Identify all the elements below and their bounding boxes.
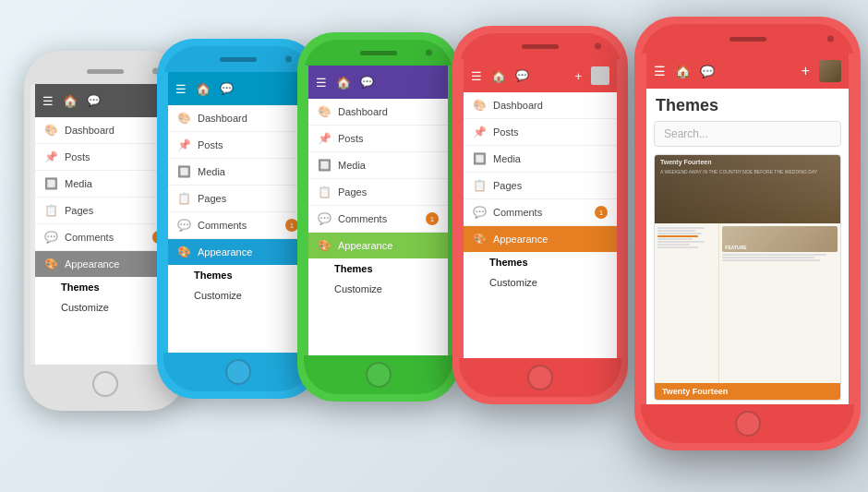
wp-toolbar-4: ☰ 🏠 💬 + [464,59,617,92]
home-button-3[interactable] [366,362,392,388]
media-icon-4: 🔲 [473,152,487,165]
appearance-item-4[interactable]: 🎨 Appearance [464,226,617,252]
comments-icon-2: 💬 [177,219,191,232]
menu-pages-4[interactable]: 📋 Pages [464,173,617,199]
submenu-4: Themes Customize [464,252,617,293]
camera-5 [827,36,834,42]
theme-footer-5: Twenty Fourteen [655,383,840,400]
home-button-2[interactable] [225,359,251,385]
camera-2 [285,56,292,63]
menu-posts-2[interactable]: 📌 Posts [168,132,307,159]
menu-comments-2[interactable]: 💬 Comments 1 [168,212,307,239]
wp-toolbar-1: ☰ 🏠 💬 [35,84,175,117]
camera-4 [595,43,601,50]
menu-comments-4[interactable]: 💬 Comments 1 [464,199,617,226]
comments-icon-1: 💬 [44,231,58,244]
appearance-icon-4: 🎨 [473,233,487,246]
speaker-2 [220,57,257,62]
phone-2: ☰ 🏠 💬 🎨 Dashboard 📌 Posts 🔲 Media 📋 Page… [157,39,319,399]
menu-dashboard-1[interactable]: 🎨 Dashboard [35,117,175,144]
home-button-5[interactable] [735,411,761,437]
dashboard-icon-4: 🎨 [473,99,487,112]
menu-pages-2[interactable]: 📋 Pages [168,186,307,212]
menu-posts-4[interactable]: 📌 Posts [464,119,617,146]
posts-icon-3: 📌 [318,132,332,145]
appearance-item-1[interactable]: 🎨 Appearance [35,251,175,277]
posts-icon-2: 📌 [177,138,191,151]
menu-media-4[interactable]: 🔲 Media [464,146,617,173]
comments-badge-2: 1 [285,219,298,232]
submenu-2: Themes Customize [168,265,307,306]
appearance-icon-3: 🎨 [318,239,332,252]
appearance-item-2[interactable]: 🎨 Appearance [168,239,307,265]
dashboard-icon-3: 🎨 [318,105,332,118]
wp-toolbar-5: ☰ 🏠 💬 + [646,54,849,89]
wp-toolbar-3: ☰ 🏠 💬 [308,66,448,99]
phone-3: ☰ 🏠 💬 🎨 Dashboard 📌 Posts 🔲 Media 📋 Page… [297,32,459,402]
phone-5: ☰ 🏠 💬 + Themes Search... Twenty Fourteen… [634,17,861,450]
appearance-icon-2: 🎨 [177,246,191,258]
appearance-item-3[interactable]: 🎨 Appearance [308,233,448,258]
theme-card-5: Twenty Fourteen A WEEKEND AWAY IN THE CO… [654,154,841,401]
themes-item-4[interactable]: Themes [464,252,617,272]
menu-media-3[interactable]: 🔲 Media [308,152,448,179]
dashboard-icon-2: 🎨 [177,112,191,125]
camera-3 [426,50,432,56]
comments-badge-3: 1 [426,212,439,225]
pages-icon-2: 📋 [177,192,191,205]
menu-dashboard-4[interactable]: 🎨 Dashboard [464,92,617,119]
menu-posts-1[interactable]: 📌 Posts [35,144,175,171]
pages-icon-3: 📋 [318,186,332,198]
customize-item-3[interactable]: Customize [308,279,448,299]
themes-title-5: Themes [646,89,849,117]
comments-icon-4: 💬 [473,206,487,219]
home-button-4[interactable] [527,365,553,390]
speaker [87,69,124,74]
home-button-1[interactable] [92,371,118,397]
menu-dashboard-3[interactable]: 🎨 Dashboard [308,99,448,126]
menu-comments-1[interactable]: 💬 Comments 1 [35,224,175,251]
customize-item-4[interactable]: Customize [464,272,617,293]
posts-icon-1: 📌 [44,150,58,163]
appearance-icon-1: 🎨 [44,258,58,270]
customize-item-1[interactable]: Customize [35,297,175,318]
media-icon-2: 🔲 [177,165,191,178]
pages-icon-1: 📋 [44,204,58,217]
menu-posts-3[interactable]: 📌 Posts [308,126,448,152]
submenu-1: Themes Customize [35,277,175,318]
dashboard-icon-1: 🎨 [44,124,58,137]
speaker-5 [729,37,766,42]
menu-media-2[interactable]: 🔲 Media [168,159,307,186]
menu-comments-3[interactable]: 💬 Comments 1 [308,206,448,233]
customize-item-2[interactable]: Customize [168,285,307,306]
search-input-5[interactable]: Search... [654,121,841,147]
wp-toolbar-2: ☰ 🏠 💬 [168,72,307,105]
themes-item-1[interactable]: Themes [35,277,175,297]
menu-pages-3[interactable]: 📋 Pages [308,179,448,206]
menu-pages-1[interactable]: 📋 Pages [35,198,175,224]
themes-item-3[interactable]: Themes [308,258,448,279]
media-icon-1: 🔲 [44,177,58,190]
submenu-3: Themes Customize [308,258,448,299]
menu-media-1[interactable]: 🔲 Media [35,171,175,198]
speaker-4 [522,44,559,49]
comments-badge-4: 1 [595,206,608,219]
menu-dashboard-2[interactable]: 🎨 Dashboard [168,105,307,132]
speaker-3 [360,51,397,55]
media-icon-3: 🔲 [318,159,332,172]
comments-icon-3: 💬 [318,212,332,225]
posts-icon-4: 📌 [473,126,487,138]
pages-icon-4: 📋 [473,179,487,192]
phone-4: ☰ 🏠 💬 + 🎨 Dashboard 📌 Posts 🔲 Media [452,26,628,404]
themes-item-2[interactable]: Themes [168,265,307,285]
